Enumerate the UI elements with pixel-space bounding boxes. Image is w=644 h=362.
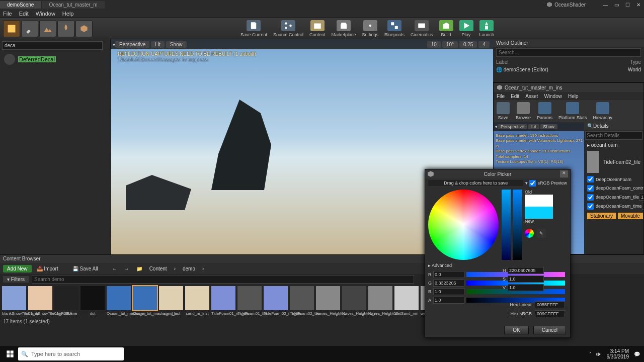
nav-back[interactable]: ← <box>112 266 117 272</box>
start-button[interactable] <box>2 347 18 361</box>
mobility-stationary[interactable]: Stationary <box>587 213 616 219</box>
taskbar-search[interactable]: 🔍 Type here to search <box>18 347 124 360</box>
param-time[interactable]: deepOceanFoam_time <box>584 202 643 211</box>
path-root-icon[interactable]: 📁 <box>136 266 142 272</box>
asset-sand_m[interactable]: sand_m <box>159 286 183 316</box>
mode-geometry-icon[interactable] <box>75 20 93 37</box>
save-all-button[interactable]: 💾 Save All <box>72 266 105 272</box>
import-button[interactable]: 📥 Import <box>37 266 65 272</box>
asset-wetSand_nm[interactable]: wetSand_nm <box>394 286 419 316</box>
mode-landscape-icon[interactable] <box>39 20 56 37</box>
menu-help[interactable]: Help <box>62 11 74 17</box>
sub-menu-window[interactable]: Window <box>544 94 562 99</box>
launch-button[interactable]: Launch <box>479 20 495 37</box>
outliner-row[interactable]: 🌐 demoScene (Editor)World <box>493 66 644 73</box>
ok-button[interactable]: OK <box>504 326 528 334</box>
vp-perspective[interactable]: Perspective <box>115 41 149 48</box>
asset-sand_m_inst[interactable]: sand_m_inst <box>185 286 209 316</box>
cancel-button[interactable]: Cancel <box>533 326 566 334</box>
menu-window[interactable]: Window <box>36 11 55 17</box>
mode-place-icon[interactable] <box>3 20 20 37</box>
asset-demoScene[interactable]: demoScene <box>54 286 78 316</box>
value-strip2[interactable] <box>513 190 522 260</box>
add-new-button[interactable]: Add New <box>3 265 32 273</box>
v-input[interactable] <box>508 284 544 291</box>
details-search[interactable] <box>585 131 642 140</box>
modes-search[interactable] <box>2 41 103 50</box>
r-input[interactable] <box>433 271 464 278</box>
restore-button[interactable]: ▭ <box>611 2 622 8</box>
cb-search[interactable] <box>32 275 414 284</box>
tray-network-icon[interactable]: 🕪 <box>596 351 601 357</box>
sub-menu-asset[interactable]: Asset <box>525 94 538 99</box>
asset-waves_Height01[interactable]: waves_Height01 <box>316 286 340 316</box>
param-deepoceanfoam[interactable]: DeepOceanFoam <box>584 175 643 184</box>
asset-TideFoam02_tile[interactable]: TideFoam02_tile <box>290 286 314 316</box>
s-input[interactable] <box>508 276 544 283</box>
mode-foliage-icon[interactable] <box>57 20 74 37</box>
wheel-mode-icon[interactable] <box>525 229 534 238</box>
filters-button[interactable]: ▾ Filters <box>3 276 29 283</box>
asset-waves_Height02[interactable]: waves_Height02 <box>368 286 392 316</box>
sub-hierarchy[interactable]: Hierarchy <box>593 102 613 120</box>
group-oceanfoam[interactable]: ▸ oceanFoam <box>584 141 643 149</box>
sub-menu-help[interactable]: Help <box>568 94 579 99</box>
marketplace-button[interactable]: Marketplace <box>331 20 356 37</box>
decal-item[interactable]: DeferredDecal <box>0 52 110 67</box>
save-current-button[interactable]: Save Current <box>240 20 267 37</box>
srgb-preview-check[interactable] <box>529 180 536 187</box>
asset-blankSnowTile01_nm[interactable]: blankSnowTile01_nm <box>2 286 26 316</box>
cam-speed[interactable]: 4 <box>478 41 490 48</box>
menu-edit[interactable]: Edit <box>19 11 29 17</box>
sub-menu-edit[interactable]: Edit <box>511 94 519 99</box>
outliner-search[interactable] <box>496 48 641 57</box>
snap-scale[interactable]: 0.25 <box>459 41 477 48</box>
param-tile[interactable]: deepOceanFoam_tile <box>584 193 643 202</box>
taskbar-clock[interactable]: 3:14 PM6/30/2019 <box>607 348 629 359</box>
param-contrast[interactable]: deepOceanFoam_contrast <box>584 184 643 193</box>
asset-TideFoam01_tile[interactable]: TideFoam01_tile <box>237 286 262 316</box>
snap-grid[interactable]: 10 <box>427 41 441 48</box>
asset-waves_Height01_nm[interactable]: waves_Height01_nm <box>342 286 366 316</box>
hex-linear-input[interactable] <box>535 301 565 308</box>
eyedrop-icon[interactable]: ✎ <box>537 229 546 238</box>
crumb-demo[interactable]: demo <box>183 266 195 272</box>
asset-TideFoam01_nm_tile[interactable]: TideFoam01_nm_tile <box>211 286 235 316</box>
param-texture[interactable]: TideFoam02_tile <box>584 149 643 175</box>
blueprints-button[interactable]: Blueprints <box>384 20 405 37</box>
menu-file[interactable]: File <box>3 11 12 17</box>
close-button[interactable]: ✕ <box>633 2 644 8</box>
mobility-movable[interactable]: Movable <box>618 213 643 219</box>
play-button[interactable]: Play <box>459 20 473 37</box>
asset-TideFoam02_nm_tile[interactable]: TideFoam02_nm_tile <box>264 286 288 316</box>
build-button[interactable]: Build <box>439 20 453 37</box>
vp-lit[interactable]: Lit <box>151 41 165 48</box>
cp-saved-colors[interactable]: Drag & drop colors here to save <box>428 180 523 186</box>
h-input[interactable] <box>508 267 544 274</box>
max-button[interactable]: ☐ <box>622 2 633 8</box>
sub-menu-file[interactable]: File <box>497 94 505 99</box>
b-input[interactable] <box>433 288 464 295</box>
sub-params[interactable]: Params <box>537 102 552 120</box>
asset-blankSnowTile01_RGBA[interactable]: blankSnowTile01_RGBA <box>28 286 52 316</box>
crumb-content[interactable]: Content <box>149 266 167 272</box>
snap-rot[interactable]: 10° <box>442 41 458 48</box>
cp-close-icon[interactable]: ✕ <box>560 170 568 177</box>
asset-Ocean_tut_master_m_Inst[interactable]: Ocean_tut_master_m_Inst <box>133 286 157 316</box>
hex-srgb-input[interactable] <box>535 310 565 317</box>
asset-dot[interactable]: dot <box>80 286 105 316</box>
mode-paint-icon[interactable] <box>21 20 38 37</box>
sub-platform-stats[interactable]: Platform Stats <box>558 102 587 120</box>
settings-button[interactable]: Settings <box>362 20 379 37</box>
tray-up-icon[interactable]: ˄ <box>589 351 592 357</box>
color-wheel[interactable] <box>428 190 499 260</box>
source-control-button[interactable]: Source Control <box>273 20 303 37</box>
level-tab[interactable]: demoScene <box>0 1 41 9</box>
vp-show[interactable]: Show <box>166 41 187 48</box>
a-input[interactable] <box>433 297 464 304</box>
content-button[interactable]: Content <box>309 20 326 37</box>
g-input[interactable] <box>433 280 464 287</box>
sub-browse[interactable]: Browse <box>516 102 531 120</box>
cinematics-button[interactable]: Cinematics <box>411 20 433 37</box>
notifications-icon[interactable]: 💬 <box>634 351 640 357</box>
